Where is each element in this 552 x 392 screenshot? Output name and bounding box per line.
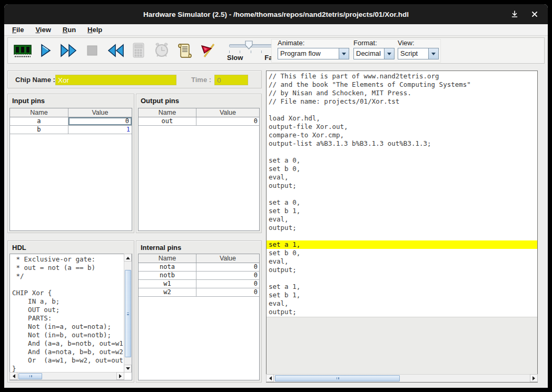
pin-name: nota [139, 263, 196, 271]
code-line: CHIP Xor { [10, 289, 124, 297]
format-label: Format: [353, 39, 395, 47]
hdl-code-box[interactable]: * Exclusive-or gate: * out = not (a == b… [9, 254, 132, 380]
load-script-button[interactable] [174, 40, 195, 61]
view-dropdown[interactable]: Script [398, 48, 439, 59]
pin-value[interactable]: 1 [68, 126, 132, 134]
slider-ticks [229, 51, 272, 53]
code-line: load Xor.hdl, [267, 114, 537, 123]
table-header: NameValue [10, 108, 132, 117]
hdl-vertical-scrollbar[interactable] [124, 254, 132, 372]
code-line: OUT out; [10, 306, 124, 314]
pin-name: a [10, 117, 68, 125]
code-line: * Exclusive-or gate: [10, 255, 124, 264]
pin-name: notb [139, 272, 196, 279]
pin-value[interactable]: 0 [196, 117, 259, 125]
format-value: Decimal [354, 48, 384, 59]
window-title: Hardware Simulator (2.5) - /home/thomas/… [143, 11, 409, 18]
output-pins-title: Output pins [136, 94, 261, 106]
script-horizontal-scrollbar[interactable] [267, 374, 537, 382]
pin-value[interactable]: 0 [196, 263, 259, 271]
menu-run[interactable]: Run [57, 26, 82, 34]
scrollbar-thumb[interactable] [275, 375, 400, 381]
input-pins-title: Input pins [8, 94, 134, 106]
script-view[interactable]: // This file is part of www.nand2tetris.… [267, 71, 537, 374]
single-step-button[interactable] [35, 40, 56, 61]
view-label: View: [398, 39, 439, 47]
scroll-left-icon[interactable] [266, 374, 274, 382]
scroll-right-icon[interactable] [116, 372, 124, 380]
run-icon [60, 43, 78, 58]
menu-bar: FileViewRunHelp [4, 24, 548, 36]
speed-slider[interactable]: Slow Fast [226, 39, 279, 63]
code-line: set a 1, [267, 283, 537, 291]
chip-name-strip: Chip Name : Xor Time : 0 [7, 71, 262, 88]
scrollbar-thumb[interactable] [125, 270, 131, 357]
run-button[interactable] [58, 40, 80, 61]
table-row: a0 [10, 117, 132, 126]
code-line: Not (in=a, out=nota); [10, 323, 124, 331]
chip-name-label: Chip Name : [15, 76, 55, 84]
code-line: */ [10, 272, 124, 280]
chevron-down-icon[interactable] [384, 48, 394, 59]
code-line: set b 0, [267, 165, 537, 173]
scroll-right-icon[interactable] [530, 374, 538, 382]
code-line [267, 190, 537, 198]
breakpoints-button[interactable] [198, 40, 219, 61]
code-line: // This file is part of www.nand2tetris.… [267, 72, 537, 81]
menu-view[interactable]: View [29, 26, 56, 34]
hdl-panel: HDL * Exclusive-or gate: * out = not (a … [7, 240, 134, 383]
slider-thumb[interactable] [245, 41, 253, 52]
chip-name-field[interactable]: Xor [55, 75, 176, 85]
code-line: compare-to Xor.cmp, [267, 131, 537, 139]
scroll-up-icon[interactable] [124, 254, 132, 262]
chip-icon [13, 43, 32, 58]
code-line: output; [267, 266, 537, 274]
table-row: out0 [139, 117, 259, 126]
code-line: output; [267, 224, 537, 232]
view-value: Script [398, 48, 428, 59]
chevron-down-icon[interactable] [339, 48, 349, 59]
scroll-down-icon[interactable] [124, 365, 132, 373]
code-line [267, 148, 537, 156]
code-line: output; [267, 308, 537, 316]
animate-dropdown[interactable]: Program flow [278, 48, 349, 59]
code-line: eval, [267, 299, 537, 308]
pin-value[interactable]: 0 [68, 117, 132, 125]
slow-label: Slow [227, 54, 243, 62]
code-line [267, 274, 537, 283]
code-line: eval, [267, 215, 537, 224]
stop-button [82, 40, 103, 61]
clock-button [151, 40, 172, 61]
hdl-horizontal-scrollbar[interactable] [10, 372, 124, 380]
current-script-line: set a 1, [267, 240, 537, 249]
output-pins-panel: Output pins NameValue out0 [136, 94, 262, 233]
pin-name: out [139, 117, 196, 125]
code-line: And (a=nota, b=b, out=w2); [10, 348, 124, 356]
chevron-down-icon[interactable] [428, 48, 438, 59]
script-panel[interactable]: // This file is part of www.nand2tetris.… [266, 71, 538, 383]
load-chip-button[interactable] [12, 40, 33, 61]
minimize-icon[interactable] [509, 9, 520, 19]
close-icon[interactable] [529, 9, 540, 19]
menu-file[interactable]: File [6, 26, 29, 34]
code-line: eval, [267, 173, 537, 182]
input-pins-panel: Input pins NameValue a0b1 [7, 94, 134, 233]
code-line [10, 280, 124, 289]
table-row: b1 [10, 126, 132, 134]
pin-value[interactable]: 0 [196, 272, 259, 279]
app-window: Hardware Simulator (2.5) - /home/thomas/… [4, 4, 548, 388]
menu-help[interactable]: Help [82, 26, 108, 34]
table-row: nota0 [139, 263, 259, 272]
pin-value[interactable]: 0 [196, 288, 259, 296]
code-line: set b 1, [267, 207, 537, 215]
scroll-left-icon[interactable] [9, 372, 17, 380]
format-dropdown[interactable]: Decimal [353, 48, 395, 59]
code-line [267, 106, 537, 114]
reset-button[interactable] [105, 40, 126, 61]
internal-pins-table: NameValue nota0notb0w10w20 [138, 254, 260, 380]
code-line: } [10, 365, 124, 372]
pin-value[interactable]: 0 [196, 280, 259, 288]
scrollbar-thumb[interactable] [18, 373, 42, 379]
script-code: // This file is part of www.nand2tetris.… [267, 71, 537, 317]
output-pins-table: NameValue out0 [138, 108, 260, 231]
